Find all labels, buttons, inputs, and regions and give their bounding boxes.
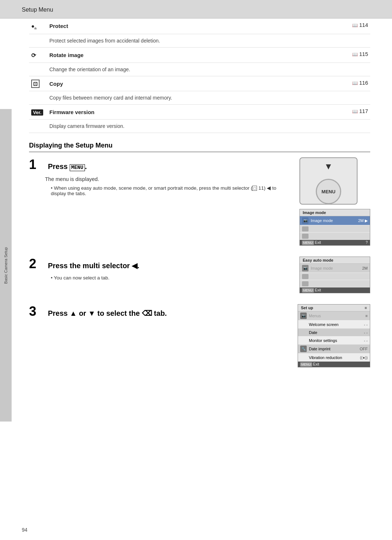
step-3-title: Press ▲ or ▼ to select the ⌫ tab. [48, 309, 167, 318]
step-1-title: Press MENU. [48, 162, 87, 171]
row-icon: Ver. [29, 105, 47, 120]
camera-screen-3: Set up ≡ 📷 Menus ≡ Welcome screen - - Da… [298, 304, 370, 367]
menu-circle-button: MENU [316, 179, 341, 204]
sidebar-label: Basic Camera Setup [4, 247, 8, 284]
camera-screen-2: Easy auto mode 📷 Image mode 2M MENUExit [299, 257, 370, 293]
screen3-row-1: Welcome screen - - [298, 321, 370, 329]
menu-key: MENU [70, 164, 85, 171]
row-icon-5 [302, 281, 309, 286]
row-desc: Display camera firmware version. [47, 120, 370, 133]
table-row: ●n Protect 📖 114 [29, 19, 370, 34]
row-name: Firmware version [47, 105, 127, 120]
screen1-row-0: 📷 Image mode 2M ▶ [300, 216, 370, 225]
row-icon: ⟳ [29, 48, 47, 63]
row-icon-4 [302, 274, 309, 279]
camera-icon-3: 📷 [300, 313, 307, 319]
screen3-title: Set up ≡ [298, 305, 370, 311]
table-row: ⟳ Rotate image 📖 115 [29, 48, 370, 63]
setup-icon: 🔧 [300, 346, 307, 352]
table-row: ⊡ Copy 📖 116 [29, 76, 370, 91]
camera-screen-1: Image mode 📷 Image mode 2M ▶ MENUExit [299, 209, 370, 246]
screen3-row-0: 📷 Menus ≡ [298, 311, 370, 321]
row-icon: ●n [29, 19, 47, 34]
table-row: Ver. Firmware version 📖 117 [29, 105, 370, 120]
step-1-desc: The menu is displayed. [45, 176, 292, 182]
screen1-row-1 [300, 225, 370, 233]
screen1-title: Image mode [300, 209, 370, 216]
row-name: Protect [47, 19, 127, 34]
screen3-row-2: Date - - [298, 329, 370, 337]
camera-icon: 📷 [302, 217, 309, 224]
step-2-title: Press the multi selector ◀. [48, 261, 139, 270]
step-1-bullet: When using easy auto mode, scene mode, o… [51, 185, 292, 196]
row-desc: Protect selected images from accidental … [47, 34, 370, 48]
row-desc: Change the orientation of an image. [47, 63, 370, 76]
table-row-desc: Change the orientation of an image. [29, 63, 370, 76]
page-number: 94 [22, 527, 28, 533]
page-ref: 📖 117 [338, 105, 370, 120]
page-ref: 📖 115 [338, 48, 370, 63]
step-2-content: 2 Press the multi selector ◀. You can no… [29, 257, 292, 281]
menu-button-illustration: ▼ MENU [299, 157, 358, 205]
screen3-footer: MENUExit [298, 362, 370, 367]
row-desc: Copy files between memory card and inter… [47, 91, 370, 105]
page: Basic Camera Setup Setup Menu ●n Protect [0, 0, 392, 540]
screen2-row-1 [300, 273, 370, 280]
step-number-1: 1 [29, 157, 45, 171]
row-icon: ⊡ [29, 76, 47, 91]
step-number-3: 3 [29, 304, 45, 318]
row-name: Copy [47, 76, 127, 91]
step-number-2: 2 [29, 257, 45, 270]
down-arrow-icon: ▼ [316, 161, 341, 172]
screen1-row-2 [300, 233, 370, 240]
camera-icon-2: 📷 [302, 265, 309, 271]
page-ref: 📖 116 [338, 76, 370, 91]
step-3-image: Set up ≡ 📷 Menus ≡ Welcome screen - - Da… [298, 304, 370, 367]
step-3-content: 3 Press ▲ or ▼ to select the ⌫ tab. [29, 304, 290, 323]
screen2-row-0: 📷 Image mode 2M [300, 264, 370, 273]
step-2: 2 Press the multi selector ◀. You can no… [29, 257, 370, 293]
step-2-bullet: You can now select a tab. [51, 275, 292, 281]
step-1-content: 1 Press MENU. The menu is displayed. Whe… [29, 157, 292, 196]
screen3-row-4: 🔧 Date imprint OFF [298, 344, 370, 354]
screen3-row-5: Vibration reduction ((●)) [298, 354, 370, 362]
screen2-footer: MENUExit [300, 287, 370, 293]
table-row-desc: Display camera firmware version. [29, 120, 370, 133]
step-2-image: Easy auto mode 📷 Image mode 2M MENUExit [299, 257, 370, 293]
row-icon-2 [302, 226, 309, 231]
step-1-image: ▼ MENU Image mode 📷 Image mode 2M ▶ [299, 157, 370, 246]
screen2-title: Easy auto mode [300, 257, 370, 264]
row-name: Rotate image [47, 48, 127, 63]
page-ref: 📖 114 [338, 19, 370, 34]
table-row-desc: Protect selected images from accidental … [29, 34, 370, 48]
header-band: Setup Menu [0, 0, 392, 19]
table-row-desc: Copy files between memory card and inter… [29, 91, 370, 105]
row-icon-3 [302, 234, 309, 239]
screen1-footer: MENUExit ? [300, 240, 370, 245]
step-3: 3 Press ▲ or ▼ to select the ⌫ tab. Set … [29, 304, 370, 367]
screen2-row-2 [300, 280, 370, 287]
screen3-row-3: Monitor settings - - [298, 337, 370, 344]
section-heading: Displaying the Setup Menu [29, 142, 370, 152]
menu-table: ●n Protect 📖 114 Protect selected images… [29, 19, 370, 133]
main-content: ●n Protect 📖 114 Protect selected images… [0, 19, 392, 393]
sidebar: Basic Camera Setup [0, 109, 12, 422]
step-1: 1 Press MENU. The menu is displayed. Whe… [29, 157, 370, 246]
book-icon: 📖 [352, 23, 358, 28]
page-title: Setup Menu [22, 7, 370, 13]
